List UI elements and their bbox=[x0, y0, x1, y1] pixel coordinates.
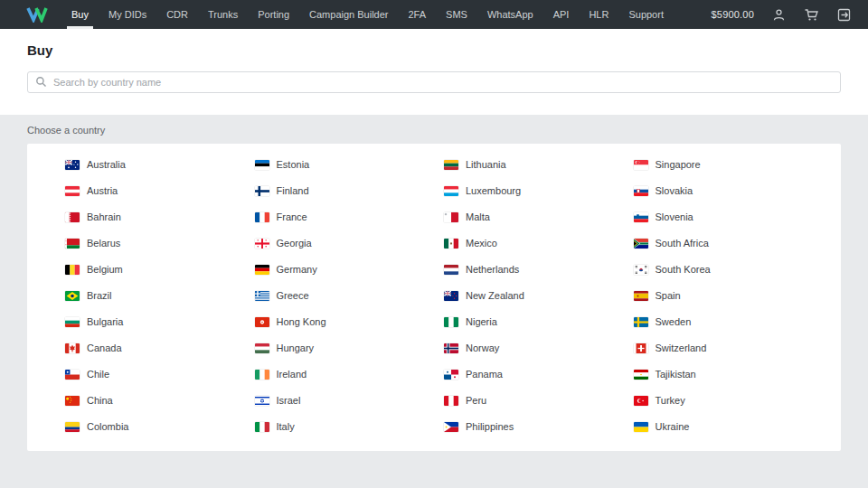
country-item-bahrain[interactable]: Bahrain bbox=[65, 204, 255, 230]
country-label: Greece bbox=[277, 283, 309, 309]
country-item-brazil[interactable]: Brazil bbox=[65, 283, 255, 309]
country-item-ireland[interactable]: Ireland bbox=[255, 361, 445, 388]
netherlands-flag-icon bbox=[444, 265, 458, 275]
brand-logo[interactable] bbox=[25, 6, 49, 23]
panama-flag-icon bbox=[444, 370, 458, 380]
nav-item-whatsapp[interactable]: WhatsApp bbox=[477, 0, 543, 29]
south-korea-flag-icon bbox=[634, 265, 648, 275]
country-item-ukraine[interactable]: Ukraine bbox=[634, 414, 824, 440]
country-item-tajikistan[interactable]: Tajikistan bbox=[634, 361, 824, 388]
search-bar bbox=[27, 71, 841, 93]
country-item-greece[interactable]: Greece bbox=[255, 283, 445, 309]
country-label: Philippines bbox=[466, 414, 514, 440]
country-item-chile[interactable]: Chile bbox=[65, 361, 255, 388]
nav-item-my-dids[interactable]: My DIDs bbox=[99, 0, 156, 29]
country-item-austria[interactable]: Austria bbox=[65, 178, 255, 204]
nav-item-buy[interactable]: Buy bbox=[61, 0, 99, 29]
country-label: Nigeria bbox=[466, 309, 497, 335]
country-item-switzerland[interactable]: Switzerland bbox=[634, 335, 824, 361]
belarus-flag-icon bbox=[65, 239, 80, 249]
country-item-slovenia[interactable]: Slovenia bbox=[634, 204, 824, 230]
country-item-south-africa[interactable]: South Africa bbox=[634, 230, 824, 257]
country-item-israel[interactable]: Israel bbox=[255, 388, 445, 414]
country-item-philippines[interactable]: Philippines bbox=[444, 414, 634, 440]
country-item-slovakia[interactable]: Slovakia bbox=[634, 178, 824, 204]
country-item-sweden[interactable]: Sweden bbox=[634, 309, 824, 335]
nav-item-campaign-builder[interactable]: Campaign Builder bbox=[299, 0, 398, 29]
belgium-flag-icon bbox=[65, 265, 80, 275]
search-input[interactable] bbox=[27, 71, 841, 93]
country-item-new-zealand[interactable]: New Zealand bbox=[444, 283, 634, 309]
country-item-singapore[interactable]: Singapore bbox=[634, 152, 824, 178]
country-label: Australia bbox=[87, 152, 126, 178]
country-item-malta[interactable]: Malta bbox=[444, 204, 634, 230]
nav-item-support[interactable]: Support bbox=[618, 0, 674, 29]
country-label: Slovakia bbox=[656, 178, 693, 204]
country-item-canada[interactable]: Canada bbox=[65, 335, 255, 361]
country-card: Australia Austria Bahrain Belarus Belgiu… bbox=[27, 144, 841, 451]
country-label: Hungary bbox=[277, 335, 315, 361]
bahrain-flag-icon bbox=[65, 212, 80, 222]
account-icon[interactable] bbox=[771, 7, 787, 23]
country-item-hong-kong[interactable]: Hong Kong bbox=[255, 309, 445, 335]
nav-item-2fa[interactable]: 2FA bbox=[399, 0, 437, 29]
nav-item-trunks[interactable]: Trunks bbox=[198, 0, 248, 29]
country-item-panama[interactable]: Panama bbox=[444, 361, 634, 388]
philippines-flag-icon bbox=[444, 422, 458, 432]
country-item-lithuania[interactable]: Lithuania bbox=[444, 152, 634, 178]
logout-icon[interactable] bbox=[836, 7, 852, 23]
country-item-nigeria[interactable]: Nigeria bbox=[444, 309, 634, 335]
country-label: Sweden bbox=[656, 309, 692, 335]
country-label: Slovenia bbox=[656, 204, 693, 230]
country-label: South Korea bbox=[656, 257, 711, 283]
country-label: Belgium bbox=[87, 257, 123, 283]
nav-item-api[interactable]: API bbox=[543, 0, 580, 29]
country-label: Mexico bbox=[466, 230, 497, 257]
norway-flag-icon bbox=[444, 343, 458, 353]
section-label: Choose a country bbox=[27, 115, 841, 144]
country-item-south-korea[interactable]: South Korea bbox=[634, 257, 824, 283]
country-label: Chile bbox=[87, 361, 109, 388]
country-item-turkey[interactable]: Turkey bbox=[634, 388, 824, 414]
china-flag-icon bbox=[65, 396, 80, 406]
brazil-flag-icon bbox=[65, 291, 80, 301]
lithuania-flag-icon bbox=[444, 160, 458, 170]
country-item-finland[interactable]: Finland bbox=[255, 178, 445, 204]
country-item-luxembourg[interactable]: Luxembourg bbox=[444, 178, 634, 204]
country-item-italy[interactable]: Italy bbox=[255, 414, 445, 440]
israel-flag-icon bbox=[255, 396, 269, 406]
country-label: Ukraine bbox=[656, 414, 690, 440]
country-label: Bahrain bbox=[87, 204, 121, 230]
country-item-mexico[interactable]: Mexico bbox=[444, 230, 634, 257]
country-label: Colombia bbox=[87, 414, 128, 440]
country-item-estonia[interactable]: Estonia bbox=[255, 152, 445, 178]
country-item-hungary[interactable]: Hungary bbox=[255, 335, 445, 361]
country-item-peru[interactable]: Peru bbox=[444, 388, 634, 414]
slovakia-flag-icon bbox=[634, 186, 648, 196]
country-item-colombia[interactable]: Colombia bbox=[65, 414, 255, 440]
cart-icon[interactable] bbox=[804, 7, 819, 23]
country-item-france[interactable]: France bbox=[255, 204, 445, 230]
country-item-netherlands[interactable]: Netherlands bbox=[444, 257, 634, 283]
ireland-flag-icon bbox=[255, 370, 269, 380]
country-grid: Australia Austria Bahrain Belarus Belgiu… bbox=[65, 152, 823, 440]
country-item-australia[interactable]: Australia bbox=[65, 152, 255, 178]
country-item-china[interactable]: China bbox=[65, 388, 255, 414]
nav-item-porting[interactable]: Porting bbox=[248, 0, 299, 29]
country-item-norway[interactable]: Norway bbox=[444, 335, 634, 361]
country-item-bulgaria[interactable]: Bulgaria bbox=[65, 309, 255, 335]
country-item-germany[interactable]: Germany bbox=[255, 257, 445, 283]
country-item-belgium[interactable]: Belgium bbox=[65, 257, 255, 283]
country-item-belarus[interactable]: Belarus bbox=[65, 230, 255, 257]
country-item-georgia[interactable]: Georgia bbox=[255, 230, 445, 257]
canada-flag-icon bbox=[65, 343, 80, 353]
country-item-spain[interactable]: Spain bbox=[634, 283, 824, 309]
nav-item-sms[interactable]: SMS bbox=[436, 0, 477, 29]
page-title: Buy bbox=[27, 42, 841, 58]
country-label: Georgia bbox=[277, 230, 312, 257]
country-label: Norway bbox=[466, 335, 499, 361]
page-header: Buy bbox=[0, 29, 868, 115]
country-label: France bbox=[277, 204, 307, 230]
nav-item-cdr[interactable]: CDR bbox=[156, 0, 198, 29]
nav-item-hlr[interactable]: HLR bbox=[579, 0, 618, 29]
